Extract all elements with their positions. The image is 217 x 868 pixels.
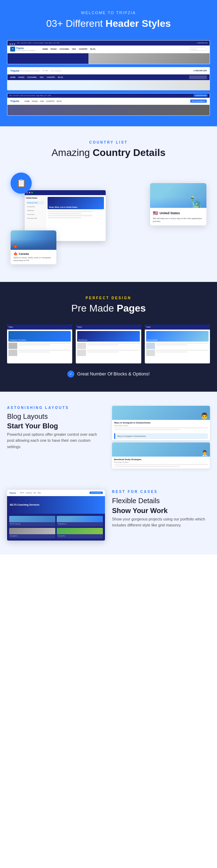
- header-mockup-1: Mon - Sat 9:00 - 18:00 | Find Consultant…: [7, 40, 210, 64]
- blocks-info: ✓ Great Number Of Blocks & Options!: [7, 370, 210, 378]
- blog-label: ASTONISHING LAYOUTS: [7, 406, 105, 410]
- portfolio-item-4[interactable]: Family Visa: [57, 528, 103, 538]
- blocks-text: Great Number Of Blocks & Options!: [77, 371, 150, 376]
- portfolio-item-2[interactable]: Study Abroad: [57, 516, 103, 526]
- canada-card[interactable]: 🍁 Canada Apply to travel, study, work or…: [11, 230, 56, 264]
- header-mockups-container: Mon - Sat 9:00 - 18:00 | Find Consultant…: [0, 40, 217, 126]
- blog-card-2[interactable]: 👨‍💼 Beneficial Study Strategies Post Dat…: [112, 442, 210, 469]
- work-mockup: Tripzia IELTS Coaching Visa Blog Get Con…: [7, 490, 105, 541]
- work-label: BEST FOR CASES: [112, 490, 210, 494]
- blog-card-1[interactable]: 👨 Ways to Immigrate to Saskatchewan Post…: [112, 406, 210, 440]
- country-section: COUNTRY LIST Amazing Country Details 📋 U…: [0, 126, 217, 282]
- hm1-logo: T Tripzia Visa & Immigration Consultants: [10, 47, 36, 52]
- hm3-nav: Tripzia HOME PAGES VISA COUNTRY BLOG Get…: [7, 98, 210, 105]
- hm3-hero: [7, 105, 210, 115]
- hm1-phone: +1-800-200-1234: [197, 42, 207, 44]
- check-icon: ✓: [67, 370, 74, 378]
- hm1-nav: T Tripzia Visa & Immigration Consultants…: [7, 46, 210, 53]
- portfolio-item-3[interactable]: Immigration: [9, 528, 55, 538]
- header-styles-section: WELCOME TO TRIPZIA 03+ Different Header …: [0, 0, 217, 40]
- premade-label: PERFECT DESIGN: [7, 296, 210, 300]
- hm2-top-bar: Tripzia Visa & Immigration Consultants f…: [7, 67, 210, 74]
- hm2-hero: [7, 80, 210, 90]
- pages-grid: Tripzia Immigration Consultants: [7, 325, 210, 363]
- blog-mockups: 👨 Ways to Immigrate to Saskatchewan Post…: [112, 406, 210, 469]
- hm1-top-bar: Mon - Sat 9:00 - 18:00 | Find Consultant…: [7, 41, 210, 46]
- country-section-label: COUNTRY LIST: [7, 140, 210, 144]
- page-thumb-1[interactable]: Tripzia Immigration Consultants: [7, 325, 72, 363]
- work-section: Tripzia IELTS Coaching Visa Blog Get Con…: [0, 483, 217, 555]
- blog-text: ASTONISHING LAYOUTS Blog Layouts Start Y…: [7, 406, 105, 469]
- country-demo: 📋 United States Citizenship Help Faculty…: [7, 169, 210, 268]
- blog-quote: Ways to immigrate to Saskatchewan: [114, 433, 208, 439]
- blog-desc: Powerful post options offer greater cont…: [7, 432, 105, 450]
- us-card[interactable]: 🗽 🇺🇸 United States We will help you in e…: [150, 183, 206, 226]
- page-thumb-2[interactable]: Tripzia Visa Services: [76, 325, 141, 363]
- passport-icon: 📋: [11, 173, 32, 194]
- page-thumb-3[interactable]: Tripzia Country Details: [145, 325, 210, 363]
- work-mockup-container: Tripzia IELTS Coaching Visa Blog Get Con…: [7, 490, 105, 541]
- premade-section: PERFECT DESIGN Pre Made Pages Tripzia Im…: [0, 282, 217, 392]
- main-title: 03+ Different Header Styles: [7, 18, 210, 30]
- hm1-hero: [7, 53, 210, 64]
- hm3-top-bar: Mon - Sat 9:00 - 18:00 | Find Consultant…: [7, 94, 210, 98]
- portfolio-item-1[interactable]: IELTS Coaching: [9, 516, 55, 526]
- header-mockup-2: Tripzia Visa & Immigration Consultants f…: [7, 67, 210, 90]
- welcome-text: WELCOME TO TRIPZIA: [7, 11, 210, 15]
- header-mockup-3: Mon - Sat 9:00 - 18:00 | Find Consultant…: [7, 93, 210, 116]
- work-text: BEST FOR CASES Flexible Details Show You…: [112, 490, 210, 541]
- premade-title: Pre Made Pages: [7, 303, 210, 314]
- work-desc: Show your gorgeous projects using our po…: [112, 516, 210, 529]
- blog-section: ASTONISHING LAYOUTS Blog Layouts Start Y…: [0, 392, 217, 483]
- country-section-title: Amazing Country Details: [7, 147, 210, 158]
- hm2-nav: HOME PAGES COACHING VISA COUNTRY BLOG: [7, 74, 210, 80]
